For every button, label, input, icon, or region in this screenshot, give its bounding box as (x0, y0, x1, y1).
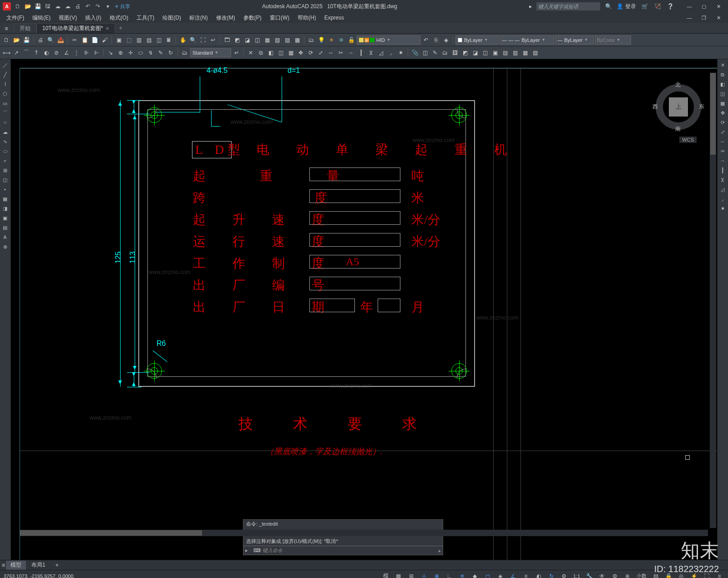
dimstyle-select[interactable]: Standard▼ (190, 48, 231, 57)
matchprop-icon[interactable]: 🖌 (100, 35, 109, 45)
scrollbar-horizontal[interactable] (20, 530, 708, 536)
open2-icon[interactable]: 📂 (12, 35, 21, 45)
break-icon[interactable]: ┃ (356, 48, 365, 57)
menu-format[interactable]: 格式(O) (106, 13, 132, 22)
menu-view[interactable]: 视图(V) (55, 13, 81, 22)
bulb-icon[interactable]: 💡 (317, 35, 326, 45)
ref-attach-icon[interactable]: 📎 (410, 48, 420, 57)
lock-icon[interactable]: 🔓 (347, 35, 356, 45)
search-input[interactable]: 键入关键字或短语 (536, 2, 600, 10)
annovis-icon[interactable]: 👁 (597, 572, 607, 578)
menu-window[interactable]: 窗口(W) (266, 13, 293, 22)
xline-icon[interactable]: ╱ (1, 71, 9, 79)
tolerance-icon[interactable]: ⊕ (116, 48, 125, 57)
misc5-icon[interactable]: ▤ (500, 48, 510, 57)
scale-readout[interactable]: 1:1 (572, 573, 581, 578)
view-cube[interactable]: 上 北 南 东 西 (653, 82, 703, 132)
trim2-icon[interactable]: ✂ (718, 147, 727, 155)
coord-readout[interactable]: 3763.1073, -2195.9257, 0.0000 (4, 573, 74, 578)
dim-arc-icon[interactable]: ⌒ (22, 48, 31, 57)
t7-icon[interactable]: ▨ (283, 35, 292, 45)
cycle-toggle[interactable]: ↻ (546, 572, 556, 578)
join2-icon[interactable]: ⊻ (718, 176, 727, 184)
cmd-chevron-icon[interactable]: ▸ (245, 548, 252, 553)
cmd-menu-icon[interactable]: ▴ (438, 548, 441, 553)
table-icon[interactable]: ▤ (1, 223, 9, 232)
menu-edit[interactable]: 编辑(E) (29, 13, 54, 22)
jogged-icon[interactable]: ↯ (146, 48, 155, 57)
copy-icon[interactable]: 📋 (80, 35, 89, 45)
menu-parametric[interactable]: 参数(P) (240, 13, 265, 22)
minimize-button[interactable]: — (682, 2, 696, 10)
chamfer-icon[interactable]: ◿ (376, 48, 385, 57)
misc6-icon[interactable]: ▥ (511, 48, 520, 57)
extend2-icon[interactable]: → (718, 157, 727, 165)
menu-help[interactable]: 帮助(H) (294, 13, 320, 22)
lwt-toggle[interactable]: ≡ (521, 572, 531, 578)
addsel-icon[interactable]: ⊕ (1, 243, 9, 251)
rotate2-icon[interactable]: ⟳ (718, 118, 727, 127)
menu-file[interactable]: 文件(F) (3, 13, 28, 22)
dim-ordinate-icon[interactable]: ⤒ (32, 48, 41, 57)
annoscale-icon[interactable]: 🔧 (584, 572, 594, 578)
array2-icon[interactable]: ▦ (718, 99, 727, 107)
pline-icon[interactable]: ⌇ (1, 80, 9, 88)
doc-close-button[interactable]: ✕ (712, 14, 725, 22)
open-icon[interactable]: 📂 (24, 2, 32, 10)
polar-toggle[interactable]: ✳ (457, 572, 467, 578)
color-select[interactable]: ByLayer▼ (455, 35, 499, 45)
break2-icon[interactable]: ┃ (718, 166, 727, 174)
zoom-win-icon[interactable]: ⛶ (198, 35, 207, 45)
leader-icon[interactable]: ↘ (106, 48, 115, 57)
misc3-icon[interactable]: ◫ (480, 48, 490, 57)
rect-icon[interactable]: ▭ (1, 99, 9, 107)
scale-icon[interactable]: ⤢ (316, 48, 325, 57)
point-icon[interactable]: • (1, 185, 9, 193)
dim-edit-icon[interactable]: ✎ (156, 48, 165, 57)
rotate-icon[interactable]: ⟳ (306, 48, 315, 57)
osnap-toggle[interactable]: ◻ (483, 572, 493, 578)
misc1-icon[interactable]: ◩ (460, 48, 470, 57)
offset-icon[interactable]: ◫ (276, 48, 285, 57)
transp-toggle[interactable]: ◐ (534, 572, 544, 578)
ellipse-arc-icon[interactable]: ⦢ (1, 157, 9, 165)
hatch-icon[interactable]: ▦ (1, 195, 9, 203)
pan-icon[interactable]: ✋ (178, 35, 187, 45)
iso-toggle[interactable]: ◆ (470, 572, 480, 578)
dim-aligned-icon[interactable]: ↗ (12, 48, 21, 57)
erase2-icon[interactable]: ✕ (718, 61, 727, 69)
saveas-icon[interactable]: 🖫 (44, 2, 52, 10)
trim-icon[interactable]: ✂ (336, 48, 345, 57)
gradient-icon[interactable]: ◨ (1, 204, 9, 213)
t6-icon[interactable]: ▧ (273, 35, 282, 45)
paste-icon[interactable]: 📄 (90, 35, 99, 45)
block-icon[interactable]: ▣ (114, 35, 123, 45)
autodesk-app-icon[interactable]: 🛒 (641, 2, 649, 10)
command-line[interactable]: 命令: _textedit 当前设置: 编辑模式 = Multiple 选择注释… (243, 519, 443, 555)
misc4-icon[interactable]: ▣ (490, 48, 500, 57)
chamfer2-icon[interactable]: ◿ (718, 185, 727, 193)
tab-add-layout[interactable]: + (51, 561, 63, 570)
erase-icon[interactable]: ✕ (246, 48, 255, 57)
drawing-canvas[interactable]: 4-ø4.5 d=1 (20, 68, 717, 560)
tab-model[interactable]: 模型 (6, 561, 26, 570)
extend-icon[interactable]: → (346, 48, 355, 57)
dcenter-icon[interactable]: ◩ (233, 35, 242, 45)
stretch-icon[interactable]: ↔ (326, 48, 335, 57)
start-tab-menu-icon[interactable]: ≡ (2, 24, 11, 33)
copy3-icon[interactable]: ⧉ (256, 48, 265, 57)
scale2-icon[interactable]: ⤢ (718, 128, 727, 136)
menu-dimension[interactable]: 标注(N) (186, 13, 212, 22)
tab-layout1[interactable]: 布局1 (27, 561, 50, 570)
arc-icon[interactable]: ⌒ (1, 109, 9, 117)
units-readout[interactable]: 小数 (635, 573, 648, 578)
misc7-icon[interactable]: ▦ (521, 48, 530, 57)
cmd-input[interactable]: 键入命令 (263, 547, 438, 554)
app-logo[interactable]: A (3, 2, 11, 10)
tab-close-icon[interactable]: ✕ (106, 26, 109, 31)
misc8-icon[interactable]: ▧ (531, 48, 540, 57)
search-icon[interactable]: 🔍 (605, 3, 612, 10)
explode-icon[interactable]: ✷ (396, 48, 405, 57)
model-space-button[interactable]: 模 (381, 572, 391, 578)
cloud-save-icon[interactable]: ☁ (64, 2, 72, 10)
